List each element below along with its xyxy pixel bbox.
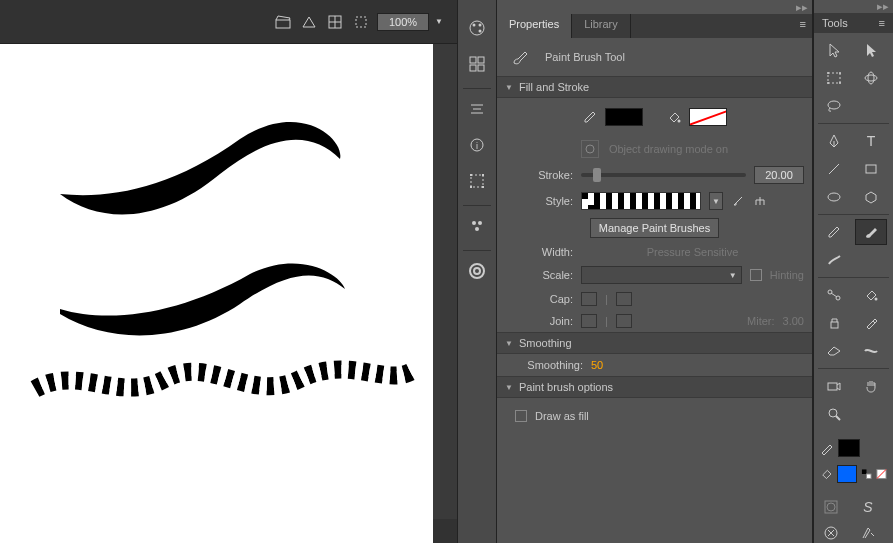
panel-menu-icon[interactable]: ≡ [794,14,812,38]
scale-label: Scale: [505,269,573,281]
object-drawing-option[interactable] [818,495,844,519]
lasso-tool[interactable] [818,93,850,119]
ink-bottle-tool[interactable] [818,310,850,336]
section-smoothing[interactable]: ▼ Smoothing [497,332,812,354]
tools-title-label: Tools [822,17,848,29]
svg-point-5 [470,21,484,35]
eyedropper-tool[interactable] [855,310,887,336]
section-fill-stroke[interactable]: ▼ Fill and Stroke [497,76,812,98]
svg-point-8 [479,30,482,33]
panel-collapse-icon[interactable]: ▸▸ [497,0,812,14]
join-option [581,314,597,328]
swap-colors-icon[interactable] [861,468,872,480]
svg-line-45 [831,293,837,297]
stroke-slider[interactable] [581,173,746,177]
svg-point-26 [470,264,484,278]
paint-bucket-icon[interactable] [667,110,681,124]
svg-point-7 [479,24,482,27]
brush-size-option[interactable]: S [855,495,881,519]
scale-dropdown[interactable]: ▼ [581,266,742,284]
paint-bucket-tool[interactable] [855,282,887,308]
document-toolbar: 100% ▼ [0,0,457,44]
hinting-checkbox[interactable] [750,269,762,281]
svg-text:S: S [863,499,873,515]
svg-rect-30 [828,73,840,83]
width-value: Pressure Sensitive [581,246,804,258]
fill-color-picker[interactable] [837,465,857,483]
tool-title-text: Paint Brush Tool [545,51,625,63]
clapperboard-icon[interactable] [273,12,293,32]
subselection-tool[interactable] [855,37,887,63]
paint-brush-tool[interactable] [855,219,887,245]
swatches-icon[interactable] [461,48,493,80]
rectangle-tool[interactable] [855,156,887,182]
oval-tool[interactable] [818,184,850,210]
polystar-tool[interactable] [855,184,887,210]
tools-menu-icon[interactable]: ≡ [879,17,885,29]
camera-tool[interactable] [818,373,850,399]
svg-rect-20 [482,174,484,176]
manage-brushes-button[interactable]: Manage Paint Brushes [590,218,719,238]
smoothing-value[interactable]: 50 [591,359,603,371]
eraser-tool[interactable] [818,338,850,364]
style-dropdown-icon[interactable]: ▼ [709,192,723,210]
clip-icon[interactable] [351,12,371,32]
line-tool[interactable] [818,156,850,182]
bone-tool[interactable] [818,282,850,308]
draw-as-fill-checkbox[interactable] [515,410,527,422]
stroke-color-swatch[interactable] [689,108,727,126]
edit-style-icon[interactable] [731,194,745,208]
svg-point-36 [868,72,874,84]
tab-properties[interactable]: Properties [497,14,572,38]
color-palette-icon[interactable] [461,12,493,44]
style-preview[interactable] [581,192,701,210]
section-fill-stroke-label: Fill and Stroke [519,81,589,93]
properties-panel: ▸▸ Properties Library ≡ Paint Brush Tool… [497,0,813,543]
section-brush-options[interactable]: ▼ Paint brush options [497,376,812,398]
export-icon[interactable] [299,12,319,32]
svg-text:i: i [476,141,478,151]
selection-tool[interactable] [818,37,850,63]
tools-collapse-icon[interactable]: ▸▸ [814,0,893,13]
svg-line-50 [836,416,840,420]
transform-icon[interactable] [461,165,493,197]
pencil-icon[interactable] [583,110,597,124]
brush-tool[interactable] [818,247,850,273]
info-icon[interactable]: i [461,129,493,161]
zoom-tool[interactable] [818,401,850,427]
cc-libraries-icon[interactable] [461,255,493,287]
text-tool[interactable]: T [855,128,887,154]
disclosure-triangle-icon: ▼ [505,339,513,348]
svg-rect-4 [356,17,366,27]
width-tool[interactable] [855,338,887,364]
stroke-value-input[interactable] [754,166,804,184]
pen-tool[interactable] [818,128,850,154]
vertical-scrollbar[interactable] [433,44,457,519]
svg-rect-47 [831,322,838,328]
svg-rect-22 [482,186,484,188]
paint-brush-icon [511,48,529,66]
tools-panel: ▸▸ Tools ≡ T [813,0,893,543]
svg-rect-11 [470,65,476,71]
brush-options-icon[interactable] [753,194,767,208]
3d-rotation-tool[interactable] [855,65,887,91]
brush-shape-option[interactable] [855,521,881,543]
fit-screen-icon[interactable] [325,12,345,32]
svg-point-31 [827,72,829,74]
free-transform-tool[interactable] [818,65,850,91]
stage-canvas[interactable] [0,44,433,543]
fill-color-swatch[interactable] [605,108,643,126]
tab-library[interactable]: Library [572,14,631,38]
hand-tool[interactable] [855,373,887,399]
align-icon[interactable] [461,93,493,125]
brush-mode-option[interactable] [818,521,844,543]
no-color-icon[interactable] [876,468,887,480]
components-icon[interactable] [461,210,493,242]
stroke-color-picker[interactable] [838,439,860,457]
zoom-dropdown-icon[interactable]: ▼ [435,17,447,26]
svg-rect-40 [866,165,876,173]
zoom-input[interactable]: 100% [377,13,429,31]
join-label: Join: [505,315,573,327]
pencil-tool[interactable] [818,219,850,245]
object-drawing-toggle[interactable] [581,140,599,158]
